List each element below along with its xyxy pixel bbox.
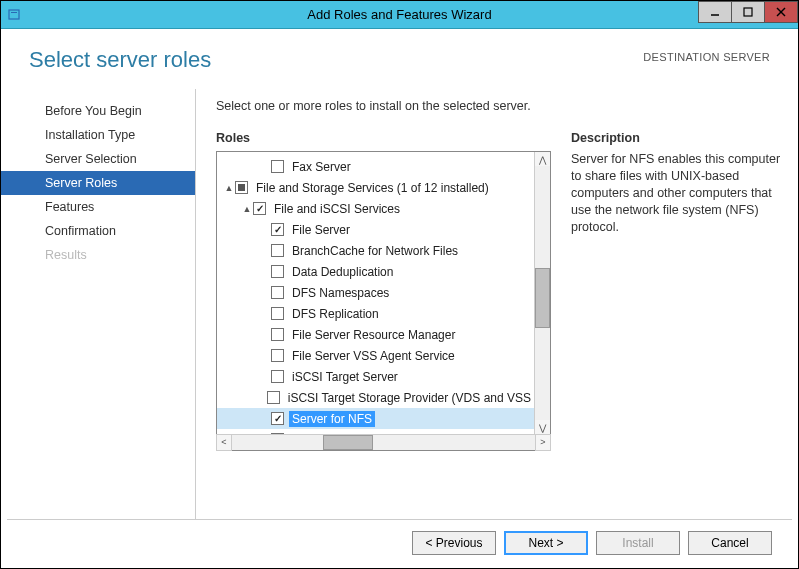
tree-node-label: Work Folders xyxy=(289,432,366,435)
svg-rect-1 xyxy=(11,12,17,13)
nav-step[interactable]: Server Roles xyxy=(1,171,195,195)
horizontal-scrollbar[interactable]: < > xyxy=(217,434,550,450)
tree-node[interactable]: File Server Resource Manager xyxy=(217,324,534,345)
tree-node-label: DFS Replication xyxy=(289,306,382,322)
checkbox[interactable] xyxy=(271,223,284,236)
tree-node[interactable]: iSCSI Target Storage Provider (VDS and V… xyxy=(217,387,534,408)
checkbox[interactable] xyxy=(271,349,284,362)
checkbox[interactable] xyxy=(271,286,284,299)
scroll-up-icon[interactable]: ⋀ xyxy=(534,152,550,167)
close-button[interactable] xyxy=(764,1,798,23)
tree-node-label: File and iSCSI Services xyxy=(271,201,403,217)
tree-node-label: iSCSI Target Server xyxy=(289,369,401,385)
tree-node[interactable]: Work Folders xyxy=(217,429,534,434)
svg-rect-0 xyxy=(9,10,19,19)
tree-node[interactable]: ▲File and Storage Services (1 of 12 inst… xyxy=(217,177,534,198)
tree-node[interactable]: DFS Namespaces xyxy=(217,282,534,303)
expander-icon[interactable]: ▲ xyxy=(241,204,253,214)
tree-node[interactable]: BranchCache for Network Files xyxy=(217,240,534,261)
next-button[interactable]: Next > xyxy=(504,531,588,555)
tree-node[interactable]: File Server xyxy=(217,219,534,240)
minimize-button[interactable] xyxy=(698,1,732,23)
nav-step[interactable]: Server Selection xyxy=(1,147,195,171)
app-icon xyxy=(7,7,23,23)
tree-node-label: Fax Server xyxy=(289,159,354,175)
checkbox[interactable] xyxy=(253,202,266,215)
window-controls xyxy=(699,1,798,23)
tree-node-label: File Server Resource Manager xyxy=(289,327,458,343)
tree-node[interactable]: File Server VSS Agent Service xyxy=(217,345,534,366)
description-text: Server for NFS enables this computer to … xyxy=(571,151,784,235)
tree-node-label: File Server VSS Agent Service xyxy=(289,348,458,364)
description-header: Description xyxy=(571,131,784,145)
nav-step: Results xyxy=(1,243,195,267)
nav-step[interactable]: Before You Begin xyxy=(1,99,195,123)
tree-node-label: iSCSI Target Storage Provider (VDS and V… xyxy=(285,390,534,406)
tree-node-label: File and Storage Services (1 of 12 insta… xyxy=(253,180,492,196)
install-button[interactable]: Install xyxy=(596,531,680,555)
vertical-scrollbar[interactable]: ⋀ ⋁ xyxy=(534,152,550,434)
checkbox[interactable] xyxy=(271,265,284,278)
expander-icon[interactable]: ▲ xyxy=(223,183,235,193)
nav-step[interactable]: Installation Type xyxy=(1,123,195,147)
roles-tree[interactable]: Fax Server▲File and Storage Services (1 … xyxy=(216,151,551,451)
wizard-nav: Before You BeginInstallation TypeServer … xyxy=(1,89,196,519)
tree-node[interactable]: Data Deduplication xyxy=(217,261,534,282)
window-title: Add Roles and Features Wizard xyxy=(307,7,491,22)
checkbox[interactable] xyxy=(271,370,284,383)
checkbox[interactable] xyxy=(235,181,248,194)
tree-node-label: DFS Namespaces xyxy=(289,285,392,301)
tree-node[interactable]: Server for NFS xyxy=(217,408,534,429)
destination-server-label: DESTINATION SERVER xyxy=(643,51,770,63)
scroll-right-icon[interactable]: > xyxy=(535,434,551,451)
tree-node[interactable]: DFS Replication xyxy=(217,303,534,324)
scroll-down-icon[interactable]: ⋁ xyxy=(534,419,550,434)
checkbox[interactable] xyxy=(271,412,284,425)
tree-node[interactable]: ▲File and iSCSI Services xyxy=(217,198,534,219)
tree-node[interactable]: Fax Server xyxy=(217,156,534,177)
content-area: Select one or more roles to install on t… xyxy=(196,89,798,519)
cancel-button[interactable]: Cancel xyxy=(688,531,772,555)
checkbox[interactable] xyxy=(267,391,280,404)
tree-node-label: BranchCache for Network Files xyxy=(289,243,461,259)
checkbox[interactable] xyxy=(271,244,284,257)
checkbox[interactable] xyxy=(271,307,284,320)
nav-step[interactable]: Features xyxy=(1,195,195,219)
previous-button[interactable]: < Previous xyxy=(412,531,496,555)
nav-step[interactable]: Confirmation xyxy=(1,219,195,243)
checkbox[interactable] xyxy=(271,433,284,434)
scroll-left-icon[interactable]: < xyxy=(216,434,232,451)
maximize-button[interactable] xyxy=(731,1,765,23)
tree-node[interactable]: iSCSI Target Server xyxy=(217,366,534,387)
scroll-thumb-h[interactable] xyxy=(323,435,373,450)
tree-node-label: Data Deduplication xyxy=(289,264,396,280)
header: Select server roles DESTINATION SERVER xyxy=(1,29,798,89)
tree-node-label: File Server xyxy=(289,222,353,238)
checkbox[interactable] xyxy=(271,160,284,173)
svg-rect-3 xyxy=(744,8,752,16)
scroll-thumb[interactable] xyxy=(535,268,550,328)
checkbox[interactable] xyxy=(271,328,284,341)
titlebar: Add Roles and Features Wizard xyxy=(1,1,798,29)
roles-header: Roles xyxy=(216,131,551,145)
instruction-text: Select one or more roles to install on t… xyxy=(216,99,784,113)
tree-node-label: Server for NFS xyxy=(289,411,375,427)
wizard-footer: < Previous Next > Install Cancel xyxy=(7,519,792,565)
